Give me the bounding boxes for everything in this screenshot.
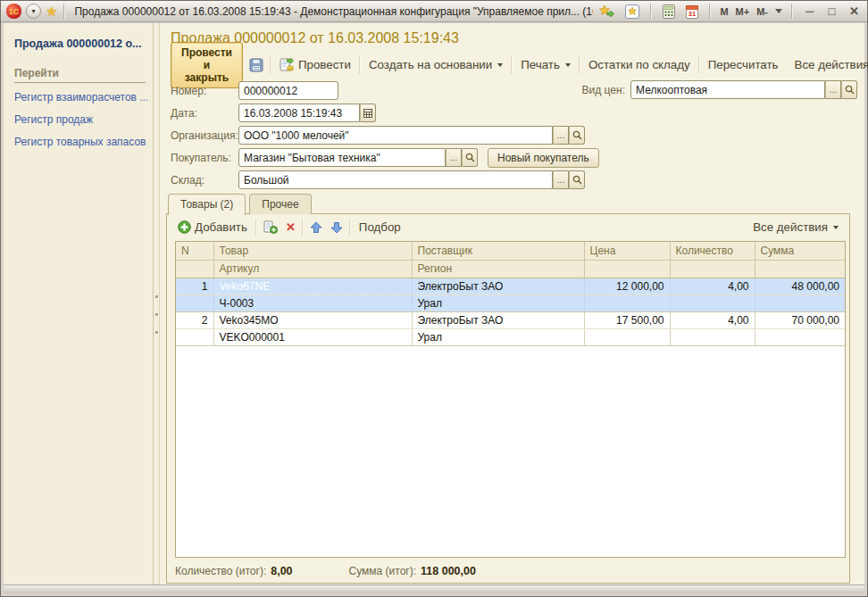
- cell-sum[interactable]: 48 000,00: [755, 278, 845, 294]
- warehouse-balance-button[interactable]: Остатки по складу: [585, 56, 694, 73]
- col-header-n[interactable]: N: [176, 242, 213, 260]
- delete-row-button[interactable]: ✕: [284, 219, 297, 236]
- memory-recall-button[interactable]: M: [720, 6, 728, 17]
- add-icon: [178, 220, 191, 234]
- move-up-button[interactable]: [308, 220, 324, 236]
- cell-qty[interactable]: 4,00: [670, 278, 755, 294]
- recalculate-button[interactable]: Пересчитать: [705, 56, 782, 73]
- col-header-product[interactable]: Товар: [213, 242, 412, 260]
- sidebar-link-settlements-register[interactable]: Регистр взаиморасчетов ...: [14, 91, 147, 104]
- post-button[interactable]: Провести: [276, 56, 355, 74]
- panel-splitter[interactable]: [154, 23, 160, 585]
- save-button[interactable]: [247, 56, 265, 74]
- add-row-button[interactable]: Добавить: [174, 219, 251, 236]
- date-input[interactable]: [238, 104, 360, 122]
- cell-supplier[interactable]: ЭлектроБыт ЗАО: [412, 311, 584, 328]
- col-header-supplier[interactable]: Поставщик: [412, 242, 584, 260]
- cell-article[interactable]: Ч-0003: [213, 294, 412, 311]
- titlebar-more-icon[interactable]: [775, 9, 782, 13]
- totals-bar: Количество (итог): 8,00 Сумма (итог): 11…: [175, 561, 846, 580]
- buyer-input[interactable]: [238, 148, 446, 167]
- cell-empty[interactable]: [755, 294, 845, 311]
- cell-product[interactable]: Veko345MO: [213, 311, 412, 328]
- cell-empty[interactable]: [584, 328, 670, 345]
- cell-region[interactable]: Урал: [412, 294, 584, 311]
- buyer-open-button[interactable]: [462, 148, 478, 167]
- pick-items-button[interactable]: Подбор: [355, 219, 405, 236]
- organization-input[interactable]: [238, 126, 553, 145]
- memory-minus-button[interactable]: M-: [756, 6, 768, 17]
- titlebar-divider: [650, 4, 652, 19]
- cell-empty[interactable]: [176, 294, 213, 311]
- col-header-article[interactable]: Артикул: [213, 260, 412, 278]
- title-bar: 1С ▾ ★ Продажа 000000012 от 16.03.2008 1…: [1, 1, 867, 22]
- cell-region[interactable]: Урал: [412, 328, 584, 345]
- main-menu-button[interactable]: ▾: [26, 4, 41, 19]
- list-all-actions-button[interactable]: Все действия: [749, 219, 842, 236]
- cell-price[interactable]: 12 000,00: [584, 278, 670, 294]
- memory-plus-button[interactable]: M+: [736, 6, 750, 17]
- cell-empty[interactable]: [755, 328, 845, 345]
- qty-total-value: 8,00: [271, 565, 292, 577]
- warehouse-select-button[interactable]: ...: [553, 170, 569, 189]
- create-based-on-button[interactable]: Создать на основании: [365, 56, 506, 73]
- arrow-down-icon: [330, 221, 343, 234]
- price-type-select-button[interactable]: ...: [825, 80, 841, 99]
- warehouse-input[interactable]: [238, 170, 553, 189]
- cell-empty[interactable]: [670, 328, 755, 345]
- add-favorite-icon[interactable]: [623, 3, 641, 21]
- price-type-input[interactable]: [630, 80, 825, 99]
- items-table: N Товар Поставщик Цена Количество Сумма …: [176, 242, 845, 346]
- go-to-favorite-icon[interactable]: [597, 3, 616, 20]
- table-subrow: Ч-0003 Урал: [176, 294, 845, 311]
- col-header-price[interactable]: Цена: [584, 242, 670, 260]
- cell-supplier[interactable]: ЭлектроБыт ЗАО: [412, 278, 584, 294]
- tab-goods[interactable]: Товары (2): [168, 194, 246, 215]
- all-actions-label: Все действия: [795, 58, 868, 71]
- date-picker-button[interactable]: [360, 104, 376, 122]
- copy-row-button[interactable]: [262, 219, 280, 236]
- sidebar-link-sales-register[interactable]: Регистр продаж: [14, 113, 147, 126]
- move-down-button[interactable]: [329, 220, 345, 236]
- cell-n[interactable]: 2: [176, 311, 213, 328]
- cell-price[interactable]: 17 500,00: [584, 311, 670, 328]
- post-button-label: Провести: [298, 58, 351, 71]
- buyer-select-button[interactable]: ...: [446, 148, 462, 167]
- col-header-region[interactable]: Регион: [412, 260, 584, 278]
- toolbar-divider: [255, 219, 257, 236]
- price-type-open-button[interactable]: [841, 80, 857, 99]
- cell-sum[interactable]: 70 000,00: [755, 311, 845, 328]
- minimize-button[interactable]: ─: [802, 5, 817, 17]
- cell-empty[interactable]: [584, 294, 670, 311]
- cell-product-selected[interactable]: Veko67NE: [213, 278, 412, 294]
- cell-article[interactable]: VEKO000001: [213, 328, 412, 345]
- app-logo-icon: 1С: [6, 4, 21, 19]
- cell-n[interactable]: 1: [176, 278, 213, 294]
- cell-qty[interactable]: 4,00: [670, 311, 755, 328]
- cell-empty[interactable]: [176, 328, 213, 345]
- cell-empty[interactable]: [670, 294, 755, 311]
- organization-open-button[interactable]: [569, 126, 585, 145]
- tab-other[interactable]: Прочее: [249, 194, 311, 214]
- close-button[interactable]: ✕: [847, 5, 862, 17]
- sidebar-link-stock-register[interactable]: Регистр товарных запасов: [14, 136, 147, 148]
- calculator-icon[interactable]: [661, 3, 677, 21]
- col-header-qty[interactable]: Количество: [670, 242, 755, 260]
- titlebar-divider: [63, 4, 65, 19]
- number-input[interactable]: [238, 81, 338, 100]
- list-toolbar: Добавить ✕ Подбор: [167, 214, 849, 240]
- organization-select-button[interactable]: ...: [553, 126, 569, 145]
- warehouse-open-button[interactable]: [569, 170, 585, 189]
- all-actions-button[interactable]: Все действия: [791, 56, 868, 73]
- favorites-star-icon[interactable]: ★: [46, 4, 57, 18]
- magnifier-icon: [572, 175, 582, 185]
- new-buyer-button[interactable]: Новый покупатель: [488, 148, 599, 168]
- calendar-icon[interactable]: 31: [684, 3, 700, 21]
- field-row-number: Номер:: [171, 80, 338, 101]
- table-subrow: VEKO000001 Урал: [176, 328, 845, 345]
- organization-label: Организация:: [171, 129, 238, 142]
- print-button[interactable]: Печать: [517, 56, 574, 73]
- toolbar-divider: [349, 219, 351, 236]
- maximize-button[interactable]: □: [824, 5, 839, 17]
- col-header-sum[interactable]: Сумма: [755, 242, 845, 260]
